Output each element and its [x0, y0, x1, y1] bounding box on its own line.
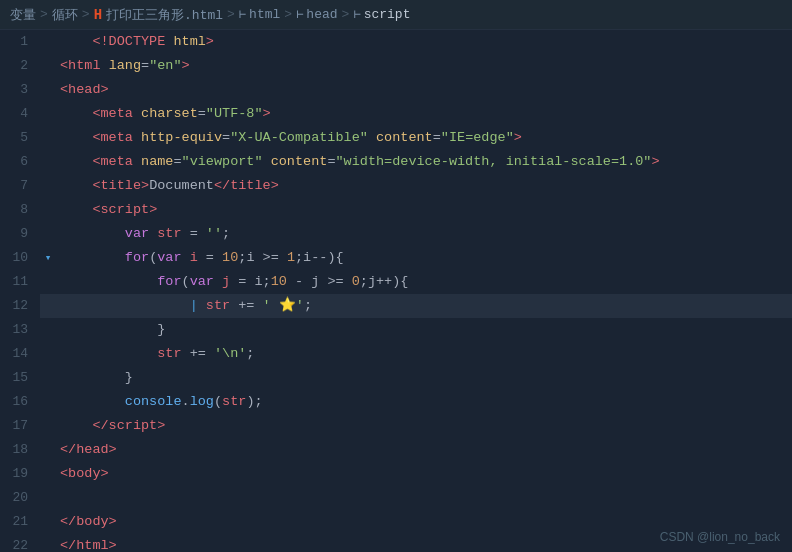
line-num-10: 10 — [0, 246, 40, 270]
breadcrumb: 变量 > 循环 > H 打印正三角形.html > ⊢ html > ⊢ hea… — [0, 0, 792, 30]
breadcrumb-head-label: head — [306, 7, 337, 22]
line-20: 20 — [0, 486, 792, 510]
line-num-7: 7 — [0, 174, 40, 198]
breadcrumb-head[interactable]: ⊢ head — [296, 7, 337, 22]
collapse-10[interactable]: ▾ — [40, 246, 56, 270]
line-num-3: 3 — [0, 78, 40, 102]
line-num-4: 4 — [0, 102, 40, 126]
line-content-15: } — [56, 366, 792, 390]
line-content-9: var str = ''; — [56, 222, 792, 246]
line-num-19: 19 — [0, 462, 40, 486]
line-num-13: 13 — [0, 318, 40, 342]
line-content-8: <script> — [56, 198, 792, 222]
line-num-16: 16 — [0, 390, 40, 414]
line-18: 18 </head> — [0, 438, 792, 462]
line-content-12: | str += ' ⭐'; — [56, 294, 792, 318]
line-num-6: 6 — [0, 150, 40, 174]
breadcrumb-script[interactable]: ⊢ script — [353, 7, 410, 22]
line-7: 7 <title>Document</title> — [0, 174, 792, 198]
sep3: > — [227, 7, 235, 22]
collapse-8 — [40, 198, 56, 222]
sep4: > — [284, 7, 292, 22]
line-content-3: <head> — [56, 78, 792, 102]
collapse-18 — [40, 438, 56, 462]
tag-icon-head: ⊢ — [296, 7, 303, 22]
watermark: CSDN @lion_no_back — [660, 530, 780, 544]
line-16: 16 console.log(str); — [0, 390, 792, 414]
line-num-14: 14 — [0, 342, 40, 366]
line-num-18: 18 — [0, 438, 40, 462]
line-num-9: 9 — [0, 222, 40, 246]
breadcrumb-filename[interactable]: 打印正三角形.html — [106, 6, 223, 24]
collapse-19 — [40, 462, 56, 486]
collapse-20 — [40, 486, 56, 510]
line-9: 9 var str = ''; — [0, 222, 792, 246]
collapse-3 — [40, 78, 56, 102]
collapse-21 — [40, 510, 56, 534]
line-num-1: 1 — [0, 30, 40, 54]
line-12: 12 | str += ' ⭐'; — [0, 294, 792, 318]
line-11: 11 for(var j = i;10 - j >= 0;j++){ — [0, 270, 792, 294]
line-10: 10 ▾ for(var i = 10;i >= 1;i--){ — [0, 246, 792, 270]
line-num-22: 22 — [0, 534, 40, 552]
breadcrumb-loop[interactable]: 循环 — [52, 6, 78, 24]
collapse-17 — [40, 414, 56, 438]
collapse-16 — [40, 390, 56, 414]
line-num-12: 12 — [0, 294, 40, 318]
line-num-2: 2 — [0, 54, 40, 78]
line-num-11: 11 — [0, 270, 40, 294]
collapse-22 — [40, 534, 56, 552]
line-content-11: for(var j = i;10 - j >= 0;j++){ — [56, 270, 792, 294]
line-14: 14 str += '\n'; — [0, 342, 792, 366]
sep5: > — [342, 7, 350, 22]
collapse-13 — [40, 318, 56, 342]
line-num-8: 8 — [0, 198, 40, 222]
line-num-20: 20 — [0, 486, 40, 510]
line-8: 8 <script> — [0, 198, 792, 222]
collapse-7 — [40, 174, 56, 198]
line-num-17: 17 — [0, 414, 40, 438]
collapse-2 — [40, 54, 56, 78]
breadcrumb-variables[interactable]: 变量 — [10, 6, 36, 24]
line-content-18: </head> — [56, 438, 792, 462]
line-content-16: console.log(str); — [56, 390, 792, 414]
code-editor: 1 <!DOCTYPE html> 2 <html lang="en"> 3 <… — [0, 30, 792, 552]
breadcrumb-html-label: html — [249, 7, 280, 22]
line-19: 19 <body> — [0, 462, 792, 486]
collapse-14 — [40, 342, 56, 366]
collapse-12 — [40, 294, 56, 318]
line-content-1: <!DOCTYPE html> — [56, 30, 792, 54]
breadcrumb-script-label: script — [364, 7, 411, 22]
line-content-17: </script> — [56, 414, 792, 438]
line-6: 6 <meta name="viewport" content="width=d… — [0, 150, 792, 174]
html5-icon: H — [94, 7, 102, 23]
line-3: 3 <head> — [0, 78, 792, 102]
line-17: 17 </script> — [0, 414, 792, 438]
line-content-4: <meta charset="UTF-8"> — [56, 102, 792, 126]
line-content-19: <body> — [56, 462, 792, 486]
collapse-4 — [40, 102, 56, 126]
collapse-5 — [40, 126, 56, 150]
line-content-13: } — [56, 318, 792, 342]
line-content-6: <meta name="viewport" content="width=dev… — [56, 150, 792, 174]
line-content-14: str += '\n'; — [56, 342, 792, 366]
line-num-5: 5 — [0, 126, 40, 150]
line-13: 13 } — [0, 318, 792, 342]
collapse-15 — [40, 366, 56, 390]
line-1: 1 <!DOCTYPE html> — [0, 30, 792, 54]
collapse-6 — [40, 150, 56, 174]
collapse-1 — [40, 30, 56, 54]
line-4: 4 <meta charset="UTF-8"> — [0, 102, 792, 126]
breadcrumb-html[interactable]: ⊢ html — [239, 7, 280, 22]
line-content-10: for(var i = 10;i >= 1;i--){ — [56, 246, 792, 270]
tag-icon-html: ⊢ — [239, 7, 246, 22]
line-15: 15 } — [0, 366, 792, 390]
line-2: 2 <html lang="en"> — [0, 54, 792, 78]
sep2: > — [82, 7, 90, 22]
line-content-5: <meta http-equiv="X-UA-Compatible" conte… — [56, 126, 792, 150]
sep1: > — [40, 7, 48, 22]
tag-icon-script: ⊢ — [353, 7, 360, 22]
line-num-21: 21 — [0, 510, 40, 534]
collapse-9 — [40, 222, 56, 246]
collapse-11 — [40, 270, 56, 294]
